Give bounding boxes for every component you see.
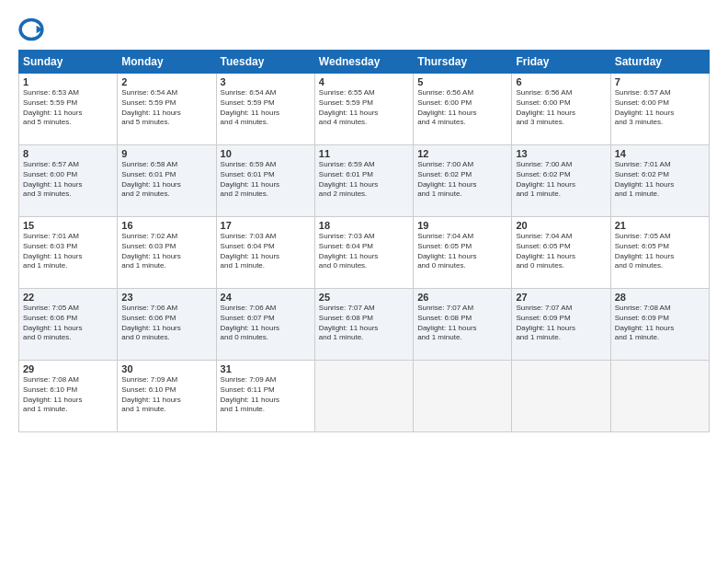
week-row-3: 15Sunrise: 7:01 AM Sunset: 6:03 PM Dayli… (19, 217, 710, 289)
day-cell: 13Sunrise: 7:00 AM Sunset: 6:02 PM Dayli… (512, 145, 610, 217)
day-cell (314, 361, 413, 432)
day-cell: 26Sunrise: 7:07 AM Sunset: 6:08 PM Dayli… (414, 289, 512, 361)
day-detail: Sunrise: 7:05 AM Sunset: 6:06 PM Dayligh… (23, 304, 113, 343)
day-cell: 28Sunrise: 7:08 AM Sunset: 6:09 PM Dayli… (610, 289, 709, 361)
header (18, 17, 710, 42)
day-number: 20 (516, 220, 606, 231)
day-cell: 1Sunrise: 6:53 AM Sunset: 5:59 PM Daylig… (19, 74, 118, 145)
day-detail: Sunrise: 6:54 AM Sunset: 5:59 PM Dayligh… (221, 88, 311, 128)
day-number: 10 (221, 148, 311, 159)
day-detail: Sunrise: 6:59 AM Sunset: 6:01 PM Dayligh… (319, 160, 409, 200)
day-cell: 15Sunrise: 7:01 AM Sunset: 6:03 PM Dayli… (19, 217, 118, 289)
day-detail: Sunrise: 6:58 AM Sunset: 6:01 PM Dayligh… (121, 160, 211, 200)
day-number: 31 (221, 363, 311, 374)
day-number: 1 (23, 76, 113, 87)
day-cell: 17Sunrise: 7:03 AM Sunset: 6:04 PM Dayli… (216, 217, 314, 289)
day-cell: 18Sunrise: 7:03 AM Sunset: 6:04 PM Dayli… (314, 217, 413, 289)
day-detail: Sunrise: 7:07 AM Sunset: 6:08 PM Dayligh… (319, 304, 409, 343)
day-detail: Sunrise: 7:01 AM Sunset: 6:02 PM Dayligh… (615, 160, 705, 200)
day-cell: 24Sunrise: 7:06 AM Sunset: 6:07 PM Dayli… (216, 289, 314, 361)
day-detail: Sunrise: 7:04 AM Sunset: 6:05 PM Dayligh… (417, 232, 507, 271)
day-cell: 16Sunrise: 7:02 AM Sunset: 6:03 PM Dayli… (118, 217, 216, 289)
day-detail: Sunrise: 7:03 AM Sunset: 6:04 PM Dayligh… (221, 232, 311, 271)
day-number: 12 (417, 148, 507, 159)
day-cell (414, 361, 512, 432)
day-number: 2 (121, 76, 211, 87)
day-detail: Sunrise: 7:07 AM Sunset: 6:08 PM Dayligh… (417, 304, 507, 343)
day-number: 6 (516, 76, 606, 87)
day-detail: Sunrise: 7:02 AM Sunset: 6:03 PM Dayligh… (121, 232, 211, 271)
day-number: 18 (319, 220, 409, 231)
week-row-1: 1Sunrise: 6:53 AM Sunset: 5:59 PM Daylig… (19, 74, 710, 145)
day-detail: Sunrise: 7:08 AM Sunset: 6:10 PM Dayligh… (23, 375, 113, 415)
day-cell: 10Sunrise: 6:59 AM Sunset: 6:01 PM Dayli… (216, 145, 314, 217)
calendar-table: SundayMondayTuesdayWednesdayThursdayFrid… (18, 50, 710, 432)
col-header-sunday: Sunday (19, 51, 118, 74)
col-header-wednesday: Wednesday (314, 51, 413, 74)
col-header-friday: Friday (512, 51, 610, 74)
day-cell: 25Sunrise: 7:07 AM Sunset: 6:08 PM Dayli… (314, 289, 413, 361)
day-cell: 12Sunrise: 7:00 AM Sunset: 6:02 PM Dayli… (414, 145, 512, 217)
day-number: 11 (319, 148, 409, 159)
day-number: 9 (121, 148, 211, 159)
day-detail: Sunrise: 7:07 AM Sunset: 6:09 PM Dayligh… (516, 304, 606, 343)
col-header-tuesday: Tuesday (216, 51, 314, 74)
col-header-thursday: Thursday (414, 51, 512, 74)
day-number: 29 (23, 363, 113, 374)
day-number: 25 (319, 292, 409, 303)
day-cell: 30Sunrise: 7:09 AM Sunset: 6:10 PM Dayli… (118, 361, 216, 432)
day-detail: Sunrise: 7:09 AM Sunset: 6:10 PM Dayligh… (121, 375, 211, 415)
day-cell: 23Sunrise: 7:06 AM Sunset: 6:06 PM Dayli… (118, 289, 216, 361)
col-header-monday: Monday (118, 51, 216, 74)
day-cell: 27Sunrise: 7:07 AM Sunset: 6:09 PM Dayli… (512, 289, 610, 361)
day-detail: Sunrise: 7:09 AM Sunset: 6:11 PM Dayligh… (221, 375, 311, 415)
day-detail: Sunrise: 6:56 AM Sunset: 6:00 PM Dayligh… (417, 88, 507, 128)
day-cell: 29Sunrise: 7:08 AM Sunset: 6:10 PM Dayli… (19, 361, 118, 432)
week-row-4: 22Sunrise: 7:05 AM Sunset: 6:06 PM Dayli… (19, 289, 710, 361)
day-cell: 8Sunrise: 6:57 AM Sunset: 6:00 PM Daylig… (19, 145, 118, 217)
day-cell: 20Sunrise: 7:04 AM Sunset: 6:05 PM Dayli… (512, 217, 610, 289)
page: SundayMondayTuesdayWednesdayThursdayFrid… (0, 0, 728, 563)
day-number: 26 (417, 292, 507, 303)
day-detail: Sunrise: 7:00 AM Sunset: 6:02 PM Dayligh… (516, 160, 606, 200)
day-detail: Sunrise: 7:06 AM Sunset: 6:06 PM Dayligh… (121, 304, 211, 343)
day-number: 21 (615, 220, 705, 231)
day-number: 19 (417, 220, 507, 231)
day-number: 24 (221, 292, 311, 303)
day-cell (610, 361, 709, 432)
day-cell: 19Sunrise: 7:04 AM Sunset: 6:05 PM Dayli… (414, 217, 512, 289)
day-detail: Sunrise: 7:03 AM Sunset: 6:04 PM Dayligh… (319, 232, 409, 271)
day-number: 30 (121, 363, 211, 374)
day-detail: Sunrise: 7:06 AM Sunset: 6:07 PM Dayligh… (221, 304, 311, 343)
day-number: 5 (417, 76, 507, 87)
day-cell: 5Sunrise: 6:56 AM Sunset: 6:00 PM Daylig… (414, 74, 512, 145)
day-detail: Sunrise: 6:59 AM Sunset: 6:01 PM Dayligh… (221, 160, 311, 200)
day-number: 17 (221, 220, 311, 231)
day-number: 7 (615, 76, 705, 87)
day-cell: 3Sunrise: 6:54 AM Sunset: 5:59 PM Daylig… (216, 74, 314, 145)
day-number: 13 (516, 148, 606, 159)
day-detail: Sunrise: 7:00 AM Sunset: 6:02 PM Dayligh… (417, 160, 507, 200)
day-detail: Sunrise: 7:08 AM Sunset: 6:09 PM Dayligh… (615, 304, 705, 343)
day-detail: Sunrise: 7:05 AM Sunset: 6:05 PM Dayligh… (615, 232, 705, 271)
day-number: 16 (121, 220, 211, 231)
day-cell: 22Sunrise: 7:05 AM Sunset: 6:06 PM Dayli… (19, 289, 118, 361)
day-number: 14 (615, 148, 705, 159)
day-number: 8 (23, 148, 113, 159)
day-detail: Sunrise: 6:53 AM Sunset: 5:59 PM Dayligh… (23, 88, 113, 128)
day-cell: 7Sunrise: 6:57 AM Sunset: 6:00 PM Daylig… (610, 74, 709, 145)
col-header-saturday: Saturday (610, 51, 709, 74)
day-number: 22 (23, 292, 113, 303)
day-detail: Sunrise: 6:57 AM Sunset: 6:00 PM Dayligh… (615, 88, 705, 128)
day-number: 27 (516, 292, 606, 303)
day-cell: 31Sunrise: 7:09 AM Sunset: 6:11 PM Dayli… (216, 361, 314, 432)
logo-icon (18, 17, 44, 42)
day-detail: Sunrise: 6:54 AM Sunset: 5:59 PM Dayligh… (121, 88, 211, 128)
day-cell: 21Sunrise: 7:05 AM Sunset: 6:05 PM Dayli… (610, 217, 709, 289)
week-row-5: 29Sunrise: 7:08 AM Sunset: 6:10 PM Dayli… (19, 361, 710, 432)
day-cell: 11Sunrise: 6:59 AM Sunset: 6:01 PM Dayli… (314, 145, 413, 217)
day-detail: Sunrise: 6:55 AM Sunset: 5:59 PM Dayligh… (319, 88, 409, 128)
day-number: 4 (319, 76, 409, 87)
day-cell: 14Sunrise: 7:01 AM Sunset: 6:02 PM Dayli… (610, 145, 709, 217)
week-row-2: 8Sunrise: 6:57 AM Sunset: 6:00 PM Daylig… (19, 145, 710, 217)
